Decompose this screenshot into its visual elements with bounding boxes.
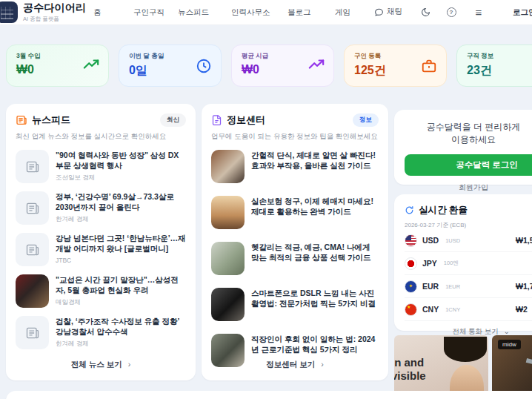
currency-unit: 1EUR [445, 283, 460, 290]
news-source: JTBC [56, 257, 186, 264]
infocenter-header: 정보센터 정보 [211, 113, 379, 127]
ad-photo-decoration [444, 337, 487, 362]
app-subtitle: AI 종합 플랫폼 [23, 16, 86, 23]
briefcase-icon [421, 58, 437, 74]
ad-text-line2: visible [394, 369, 426, 382]
news-item[interactable]: 검찰, ‘주가조작 수사정보 유출 정황’ 강남경찰서 압수수색 한겨레 경제 [16, 316, 186, 349]
exchange-row-jpy[interactable]: JPY 100엔 [405, 252, 532, 275]
news-source: 한겨레 경제 [56, 340, 186, 349]
info-title: 실손보험 청구, 이제 헤매지 마세요! 제대로 활용하는 완벽 가이드 [251, 196, 379, 217]
news-see-all-link[interactable]: 전체 뉴스 보기› [6, 360, 196, 370]
news-see-all-label: 전체 뉴스 보기 [71, 360, 122, 369]
info-title: 간헐적 단식, 제대로 알면 살 빠진다! 효과와 부작용, 올바른 실천 가이… [251, 150, 379, 171]
nav-chat-label: 채팅 [387, 7, 402, 17]
currency-value: ₩2 [516, 305, 528, 314]
nav-jobs[interactable]: 구인구직 [133, 7, 164, 18]
info-thumbnail-photo [211, 288, 245, 321]
logo-text: 공수다이어리 AI 종합 플랫폼 [23, 1, 86, 23]
currency-unit: 1USD [445, 237, 460, 244]
help-icon[interactable]: ? [445, 6, 457, 18]
signup-link[interactable]: 회원가입 [405, 182, 532, 193]
currency-value: ₩1,5 [516, 236, 532, 245]
ad-banner-right[interactable]: midw [492, 335, 532, 399]
us-flag-icon [405, 234, 417, 247]
chat-bubble-icon [374, 7, 384, 17]
info-thumbnail-photo [211, 242, 245, 275]
currency-code: USD [422, 236, 439, 245]
login-message-line2: 이용하세요 [451, 134, 496, 145]
info-see-all-link[interactable]: 정보센터 보기› [202, 360, 388, 370]
ad-drill-decoration [526, 358, 532, 367]
news-source: 조선일보 경제 [56, 174, 186, 182]
stat-monthly-income[interactable]: 3월 수입 ₩0 [6, 44, 109, 87]
login-link[interactable]: 로그인 [513, 7, 532, 18]
info-title: 스마트폰으로 DSLR 느낌 내는 사진 촬영법: 전문가처럼 찍는 5가지 비… [251, 288, 379, 309]
stat-days-this-month[interactable]: 이번 달 총일 0일 [119, 44, 222, 87]
news-item[interactable]: 정부, ‘건강수명’ 69.9살→73.3살로 2030년까지 끌어 올린다 한… [16, 191, 186, 225]
newspaper-icon [16, 114, 27, 126]
ad-text-line1: in and [394, 356, 424, 369]
page: 공수다이어리 AI 종합 플랫폼 홈 구인구직 뉴스피드 인력사무소 블로그 게… [0, 0, 532, 399]
currency-unit: 100엔 [444, 260, 459, 267]
chevron-right-icon: › [128, 360, 131, 369]
news-thumbnail-placeholder [16, 191, 49, 225]
bottom-section-card [6, 391, 532, 399]
stat-label: 구직 정보 [467, 52, 532, 61]
newsfeed-list: "90여 협력사와 동반 성장" 삼성 DX부문 상생협력 행사 조선일보 경제… [16, 150, 186, 349]
newsfeed-title: 뉴스피드 [32, 113, 70, 127]
dark-mode-toggle-icon[interactable] [419, 6, 431, 18]
login-message: 공수달력을 더 편리하게 이용하세요 [405, 121, 532, 147]
document-icon [211, 114, 222, 126]
news-item[interactable]: "90여 협력사와 동반 성장" 삼성 DX부문 상생협력 행사 조선일보 경제 [16, 150, 186, 183]
news-item[interactable]: "교섭은 시간 끌기 말장난"…삼성전자, 5월 총파업 현실화 우려 매일경제 [16, 274, 186, 308]
stat-job-seekers[interactable]: 구직 정보 23건 [456, 44, 532, 87]
exchange-see-all-label: 전체 통화 보기 [452, 327, 498, 335]
top-nav: 공수다이어리 AI 종합 플랫폼 홈 구인구직 뉴스피드 인력사무소 블로그 게… [0, 0, 532, 25]
infocenter-title: 정보센터 [227, 113, 265, 127]
newsfeed-subtitle: 최신 업계 뉴스와 정보를 실시간으로 확인하세요 [16, 132, 186, 142]
login-button[interactable]: 공수달력 로그인 [405, 154, 532, 176]
info-item[interactable]: 스마트폰으로 DSLR 느낌 내는 사진 촬영법: 전문가처럼 찍는 5가지 비… [211, 288, 379, 321]
newsfeed-card: 뉴스피드 최신 최신 업계 뉴스와 정보를 실시간으로 확인하세요 "90여 협… [6, 104, 196, 380]
login-card: 공수달력을 더 편리하게 이용하세요 공수달력 로그인 회원가입 [394, 110, 532, 185]
nav-home[interactable]: 홈 [93, 7, 102, 18]
nav-labor-office[interactable]: 인력사무소 [231, 7, 270, 18]
info-thumbnail-photo [211, 150, 245, 183]
app-logo[interactable]: 공수다이어리 AI 종합 플랫폼 [0, 1, 86, 23]
stats-row: 3월 수입 ₩0 이번 달 총일 0일 평균 시급 ₩0 [6, 44, 532, 87]
news-item[interactable]: 강남 넘본다던 그곳! ‘한남뉴타운’…재개발 어디까지 왔나 [글로벌머니] … [16, 233, 186, 266]
menu-hamburger-icon[interactable]: ≡ [473, 6, 485, 18]
news-title: 정부, ‘건강수명’ 69.9살→73.3살로 2030년까지 끌어 올린다 [56, 191, 186, 212]
exchange-row-cny[interactable]: CNY 1CNY ₩2 [405, 298, 532, 321]
stat-job-postings[interactable]: 구인 등록 125건 [344, 44, 447, 87]
ad-brand-tag: midw [498, 340, 521, 349]
nav-newsfeed[interactable]: 뉴스피드 [178, 7, 209, 18]
info-thumbnail-photo [211, 196, 245, 229]
info-item[interactable]: 간헐적 단식, 제대로 알면 살 빠진다! 효과와 부작용, 올바른 실천 가이… [211, 150, 379, 183]
nav-chat[interactable]: 채팅 [374, 7, 402, 17]
stat-value: 23건 [467, 63, 532, 79]
exchange-header: 실시간 환율 [405, 204, 532, 217]
japan-flag-icon [405, 257, 417, 270]
exchange-row-usd[interactable]: USD 1USD ₩1,5 [405, 229, 532, 252]
info-item[interactable]: 실손보험 청구, 이제 헤매지 마세요! 제대로 활용하는 완벽 가이드 [211, 196, 379, 229]
help-glyph: ? [447, 7, 456, 17]
exchange-rate-card: 실시간 환율 2026-03-27 기준 (ECB) USD 1USD ₩1,5… [394, 194, 532, 331]
app-title: 공수다이어리 [23, 1, 86, 15]
news-source: 매일경제 [56, 298, 186, 307]
news-thumbnail-photo [16, 274, 49, 308]
nav-game[interactable]: 게임 [335, 7, 350, 18]
chevron-down-icon: ⌄ [504, 327, 510, 335]
currency-code: CNY [422, 305, 439, 314]
info-see-all-label: 정보센터 보기 [266, 360, 315, 369]
ad-banner-left[interactable]: in and visible [394, 335, 488, 399]
info-item[interactable]: 헷갈리는 적금, 예금, CMA! 나에게 맞는 최적의 금융 상품 선택 가이… [211, 242, 379, 275]
calendar-logo-icon [0, 1, 18, 23]
news-thumbnail-placeholder [16, 233, 49, 266]
infocenter-card: 정보센터 정보 업무에 도움이 되는 유용한 정보와 팁을 확인해보세요 간헐적… [202, 104, 388, 380]
newsfeed-badge: 최신 [160, 113, 186, 127]
exchange-row-eur[interactable]: EUR 1EUR ₩1,7 [405, 275, 532, 298]
nav-blog[interactable]: 블로그 [287, 7, 311, 18]
currency-code: EUR [422, 282, 439, 291]
stat-average-wage[interactable]: 평균 시급 ₩0 [231, 44, 334, 87]
